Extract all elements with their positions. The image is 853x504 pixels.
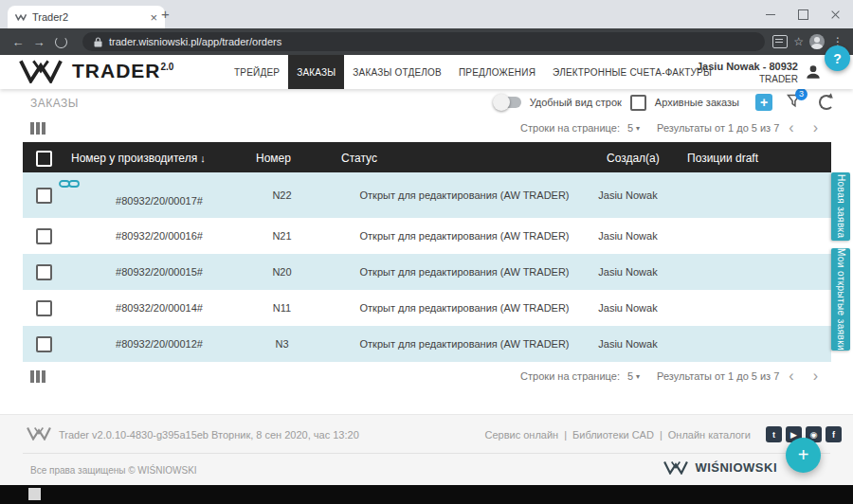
browser-profile-avatar[interactable] [809, 34, 825, 49]
refresh-button[interactable] [819, 95, 834, 110]
app-logo[interactable]: TRADER2.0 [19, 59, 173, 83]
footer-link-cad[interactable]: Библиотеки CAD [572, 429, 654, 441]
window-maximize-button[interactable] [787, 0, 819, 28]
taskbar [0, 485, 853, 504]
columns-icon[interactable] [30, 122, 45, 135]
row-checkbox[interactable] [36, 228, 52, 244]
footer-link-service[interactable]: Сервис онлайн [484, 429, 558, 441]
cell-status: Открыт для редактирования (AW TRADER) [332, 302, 597, 314]
column-header-number[interactable]: Номер [256, 152, 291, 165]
user-info[interactable]: Jasiu Nowak - 80932 TRADER [697, 60, 798, 85]
browser-window: Trader2 × + ← → trader.wisniowski.pl/app… [0, 0, 853, 504]
table-row[interactable]: #80932/20/00017# N22 Открыт для редактир… [23, 172, 831, 218]
version-text: Trader v2.0.10-4830-g395a15eb Вторник, 8… [59, 429, 359, 441]
rows-per-page-value: 5 [627, 122, 633, 134]
filter-count-badge: 3 [795, 88, 808, 100]
columns-icon[interactable] [30, 370, 45, 383]
user-role: TRADER [697, 73, 798, 85]
new-tab-button[interactable]: + [161, 6, 170, 22]
cell-manufacturer-no: #80932/20/00015# [93, 266, 226, 278]
cell-number: N20 [242, 266, 322, 278]
results-label: Результаты от 1 до 5 из 7 [657, 122, 779, 134]
add-order-button[interactable]: + [755, 94, 772, 111]
cell-manufacturer-no: #80932/20/00016# [93, 230, 226, 242]
prev-page-button[interactable]: ‹ [779, 368, 803, 385]
table-row[interactable]: #80932/20/00015# N20 Открыт для редактир… [23, 254, 831, 290]
taskbar-icon[interactable] [28, 488, 41, 500]
window-minimize-button[interactable] [754, 0, 787, 28]
row-checkbox[interactable] [36, 300, 52, 316]
nav-item-einvoices[interactable]: ЭЛЕКТРОННЫЕ СЧЕТА-ФАКТУРЫ [544, 55, 720, 89]
row-checkbox[interactable] [36, 264, 52, 280]
wisniowski-logo-icon [663, 460, 688, 475]
window-close-button[interactable] [819, 0, 851, 28]
cell-number: N22 [242, 189, 322, 201]
tab-close-icon[interactable]: × [150, 11, 157, 24]
prev-page-button[interactable]: ‹ [779, 119, 803, 136]
close-icon [830, 9, 841, 20]
person-icon[interactable] [804, 63, 823, 81]
nav-item-offers[interactable]: ПРЕДЛОЖЕНИЯ [450, 55, 544, 89]
archive-orders-checkbox[interactable] [630, 95, 646, 111]
facebook-icon[interactable]: f [826, 426, 842, 442]
nav-item-trader[interactable]: ТРЕЙДЕР [226, 55, 288, 89]
column-header-manufacturer-no[interactable]: Номер у производителя↓ [71, 152, 206, 165]
caret-down-icon: ▾ [636, 372, 640, 381]
caret-down-icon: ▾ [636, 124, 640, 133]
side-tab-my-open-requests[interactable]: Мои открытые заявки [831, 248, 850, 351]
column-header-created-by[interactable]: Создал(а) [607, 152, 660, 165]
tab-title: Trader2 [32, 11, 144, 23]
table-row[interactable]: #80932/20/00014# N11 Открыт для редактир… [23, 290, 831, 327]
column-header-draft-positions[interactable]: Позиции draft [687, 152, 758, 165]
cell-created-by: Jasiu Nowak [569, 338, 687, 350]
reload-icon[interactable] [55, 36, 67, 48]
filter-button[interactable]: 3 [787, 94, 801, 112]
sort-desc-icon: ↓ [200, 153, 206, 164]
row-checkbox[interactable] [36, 336, 52, 352]
help-button[interactable]: ? [825, 45, 850, 71]
twitter-icon[interactable]: t [766, 426, 782, 442]
maximize-icon [798, 9, 808, 20]
link-icon[interactable] [59, 178, 80, 189]
url-text: trader.wisniowski.pl/app/trader/orders [109, 36, 281, 47]
table-controls-bottom: Строки на странице: 5 ▾ Результаты от 1 … [23, 362, 831, 390]
logo-version: 2.0 [161, 62, 174, 72]
browser-tab[interactable]: Trader2 × [8, 6, 165, 28]
comfortable-view-toggle[interactable] [496, 97, 521, 108]
bookmark-star-icon[interactable]: ☆ [793, 36, 804, 47]
nav-item-orders[interactable]: ЗАКАЗЫ [288, 55, 344, 89]
row-checkbox[interactable] [36, 188, 52, 204]
pagination-top: Строки на странице: 5 ▾ Результаты от 1 … [520, 114, 827, 142]
rows-per-page-select[interactable]: 5 ▾ [627, 122, 640, 134]
link-separator: | [660, 429, 662, 441]
cell-status: Открыт для редактирования (AW TRADER) [332, 230, 597, 242]
footer-link-catalogs[interactable]: Онлайн каталоги [668, 429, 751, 441]
back-icon[interactable]: ← [8, 35, 28, 49]
select-all-checkbox[interactable] [36, 151, 52, 167]
browser-tab-strip: Trader2 × + [0, 0, 853, 28]
next-page-button[interactable]: › [804, 119, 827, 136]
address-bar[interactable]: trader.wisniowski.pl/app/trader/orders [82, 32, 765, 51]
nav-item-dept-orders[interactable]: ЗАКАЗЫ ОТДЕЛОВ [344, 55, 450, 89]
window-controls [754, 0, 851, 28]
forward-icon[interactable]: → [28, 35, 49, 49]
user-name: Jasiu Nowak - 80932 [697, 60, 798, 73]
column-header-status[interactable]: Статус [341, 152, 377, 165]
rows-per-page-select[interactable]: 5 ▾ [627, 370, 640, 382]
rows-per-page-label: Строки на странице: [520, 122, 620, 134]
side-tab-new-request[interactable]: Новая заявка [831, 172, 850, 241]
toolbar-actions: Удобный вид строк Архивные заказы + 3 [496, 89, 834, 116]
table-row[interactable]: #80932/20/00012# N3 Открыт для редактиро… [23, 326, 831, 362]
footer-divider [23, 453, 830, 454]
cell-number: N3 [242, 338, 322, 350]
table-row[interactable]: #80932/20/00016# N21 Открыт для редактир… [23, 218, 831, 255]
comfortable-view-label: Удобный вид строк [530, 97, 622, 108]
lock-icon [94, 37, 102, 47]
cell-number: N21 [242, 230, 322, 242]
translate-icon[interactable] [772, 35, 788, 48]
cell-manufacturer-no: #80932/20/00017# [93, 195, 226, 207]
rows-per-page-label: Строки на странице: [520, 370, 620, 382]
cell-status: Открыт для редактирования (AW TRADER) [332, 338, 597, 350]
new-order-fab[interactable]: + [786, 438, 821, 473]
next-page-button[interactable]: › [804, 368, 827, 385]
